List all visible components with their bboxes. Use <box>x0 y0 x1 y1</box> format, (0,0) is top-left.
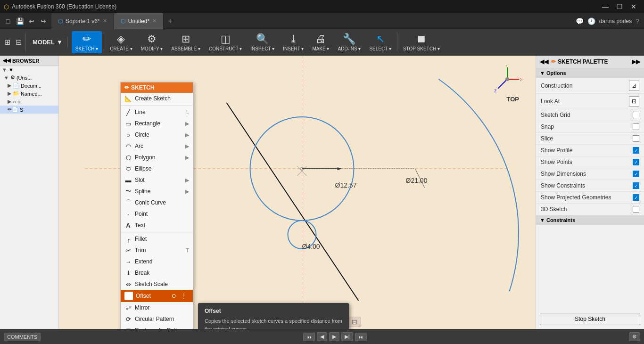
tab-soporte-close[interactable]: ✕ <box>103 18 107 24</box>
toolbar-sketch-group[interactable]: ✏ SKETCH ▾ <box>72 31 102 53</box>
nav-prev-button[interactable]: ◀ <box>317 332 327 341</box>
sketch-grid-label: Sketch Grid <box>541 112 570 118</box>
nav-play-button[interactable]: ▶ <box>329 332 339 341</box>
stop-sketch-palette-button[interactable]: Stop Sketch <box>540 313 640 325</box>
sketch-grid-checkbox[interactable] <box>633 112 639 118</box>
slice-checkbox[interactable] <box>633 135 639 142</box>
menu-item-arc[interactable]: ◠ Arc ▶ <box>121 140 193 152</box>
menu-item-offset[interactable]: ⊙ Offset O ⋮ <box>121 290 193 302</box>
menu-item-rectangle[interactable]: ▭ Rectangle ▶ <box>121 118 193 129</box>
canvas-nav-more[interactable]: ⊟ <box>348 317 361 327</box>
sketch-palette-expand-icon[interactable]: ▶▶ <box>632 58 640 65</box>
toolbar-select-group[interactable]: ↖ SELECT ▾ <box>365 31 395 53</box>
nav-end-button[interactable]: ⏭ <box>355 333 367 341</box>
show-constraints-checkbox[interactable]: ✓ <box>633 182 639 189</box>
menu-item-conic-curve[interactable]: ⌒ Conic Curve <box>121 197 193 208</box>
toolbar-home-icon[interactable]: ⊞ <box>2 37 12 47</box>
toolbar-addins-group[interactable]: 🔧 ADD-INS ▾ <box>334 31 365 53</box>
menu-item-create-sketch[interactable]: 📐 Create Sketch <box>121 93 193 104</box>
look-at-button[interactable]: ⊡ <box>629 96 639 106</box>
tab-soporte-icon: ⬡ <box>58 18 63 25</box>
menu-item-text[interactable]: A Text <box>121 220 193 231</box>
maximize-button[interactable]: ❐ <box>613 1 626 12</box>
toolbar-inspect-group[interactable]: 🔍 INSPECT ▾ <box>247 31 278 53</box>
comments-button[interactable]: COMMENTS <box>4 333 41 341</box>
nav-start-button[interactable]: ⏮ <box>303 333 315 341</box>
toolbar-separator-3 <box>397 33 397 51</box>
menu-item-mirror[interactable]: ⇄ Mirror <box>121 302 193 313</box>
select-label: SELECT ▾ <box>369 46 391 51</box>
browser-item-unsaved[interactable]: ▼ ⚙ (Uns... <box>0 74 58 82</box>
model-dropdown-arrow: ▼ <box>57 39 63 46</box>
browser-item-document[interactable]: ▶ 📄 Docum... <box>0 82 58 90</box>
sp-row-snap: Snap <box>536 121 644 133</box>
browser-item-root[interactable]: ▼ ▼ <box>0 66 58 74</box>
arc-label: Arc <box>135 143 182 149</box>
toolbar-insert-group[interactable]: ⤓ INSERT ▾ <box>279 31 307 53</box>
model-dropdown[interactable]: MODEL ▼ <box>28 37 68 48</box>
options-label: Options <box>546 70 566 76</box>
menu-item-extend[interactable]: → Extend <box>121 256 193 267</box>
create-sketch-icon: 📐 <box>124 95 132 102</box>
toolbar-grid-icon[interactable]: ⊟ <box>13 37 24 47</box>
browser-collapse-icon[interactable]: ◀◀ <box>3 57 10 64</box>
3d-sketch-checkbox[interactable] <box>633 206 639 213</box>
tab-untitled-close[interactable]: ✕ <box>152 18 157 24</box>
browser-item-named[interactable]: ▶ 📁 Named... <box>0 90 58 98</box>
construction-button[interactable]: ⊿ <box>629 81 639 91</box>
menu-item-point[interactable]: · Point <box>121 208 193 220</box>
snap-checkbox[interactable] <box>633 123 639 130</box>
modify-label: MODIFY ▾ <box>141 46 163 51</box>
menu-item-slot[interactable]: ▬ Slot ▶ <box>121 174 193 186</box>
offset-more-button[interactable]: ⋮ <box>179 292 189 300</box>
options-section-header[interactable]: ▼ Options <box>536 68 644 78</box>
canvas-area[interactable]: Ø12.57 Ø21.00 Ø4.00 X Y <box>59 56 536 329</box>
toolbar-assemble-group[interactable]: ⊞ ASSEMBLE ▾ <box>167 31 204 53</box>
browser-item-sketch[interactable]: ✏ 📄 S <box>0 106 58 114</box>
menu-item-ellipse[interactable]: ⬭ Ellipse <box>121 163 193 174</box>
redo-icon[interactable]: ↪ <box>38 16 49 26</box>
clock-icon[interactable]: 🕐 <box>587 17 595 25</box>
menu-item-polygon[interactable]: ⬡ Polygon ▶ <box>121 152 193 163</box>
tab-untitled[interactable]: ⬡ Untitled* ✕ <box>114 13 164 29</box>
menu-item-line[interactable]: ╱ Line L <box>121 106 193 118</box>
sketch-icon: ✏ <box>83 33 91 45</box>
constraints-section-header[interactable]: ▼ Constraints <box>536 215 644 225</box>
add-tab-button[interactable]: + <box>164 17 177 25</box>
content-area: ◀◀ BROWSER ▼ ▼ ▼ ⚙ (Uns... ▶ 📄 Docum... … <box>0 56 644 329</box>
tab-untitled-label: Untitled* <box>128 18 149 25</box>
menu-item-circular-pattern[interactable]: ⟳ Circular Pattern <box>121 313 193 325</box>
menu-item-rectangular-pattern[interactable]: ⊞ Rectangular Pattern <box>121 325 193 329</box>
sketch-palette-collapse-icon[interactable]: ◀◀ <box>540 58 548 65</box>
show-dimensions-checkbox[interactable]: ✓ <box>633 171 639 177</box>
new-file-icon[interactable]: □ <box>3 16 13 26</box>
browser-item-origin[interactable]: ▶ ○ ○ <box>0 98 58 106</box>
menu-item-fillet[interactable]: ╭ Fillet <box>121 233 193 245</box>
show-points-checkbox[interactable]: ✓ <box>633 159 639 165</box>
show-projected-checkbox[interactable]: ✓ <box>633 194 639 201</box>
toolbar-create-group[interactable]: ◈ CREATE ▾ <box>106 31 136 53</box>
undo-icon[interactable]: ↩ <box>26 16 37 26</box>
toolbar-stop-sketch-group[interactable]: ⏹ STOP SKETCH ▾ <box>399 31 444 53</box>
help-icon[interactable]: ? <box>636 17 639 25</box>
show-profile-checkbox[interactable]: ✓ <box>633 147 639 154</box>
settings-button[interactable]: ⚙ <box>629 332 640 341</box>
line-label: Line <box>135 109 183 115</box>
minimize-button[interactable]: — <box>599 1 612 12</box>
nav-next-button[interactable]: ▶| <box>341 332 353 341</box>
toolbar-make-group[interactable]: 🖨 MAKE ▾ <box>308 31 333 53</box>
save-icon[interactable]: 💾 <box>15 16 25 26</box>
menu-item-spline[interactable]: 〜 Spline ▶ <box>121 186 193 197</box>
toolbar-construct-group[interactable]: ◫ CONSTRUCT ▾ <box>205 31 246 53</box>
toolbar-modify-group[interactable]: ⚙ MODIFY ▾ <box>137 31 166 53</box>
notifications-icon[interactable]: 💬 <box>576 17 584 25</box>
menu-item-sketch-scale[interactable]: ⇔ Sketch Scale <box>121 278 193 290</box>
circle-icon: ○ <box>124 131 132 139</box>
create-label: CREATE ▾ <box>110 46 132 51</box>
tab-soporte[interactable]: ⬡ Soporte 1 v6* ✕ <box>51 13 114 29</box>
menu-item-circle[interactable]: ○ Circle ▶ <box>121 129 193 140</box>
menu-item-break[interactable]: ⤓ Break <box>121 267 193 278</box>
close-button[interactable]: ✕ <box>627 1 640 12</box>
show-projected-label: Show Projected Geometries <box>541 194 611 201</box>
menu-item-trim[interactable]: ✂ Trim T <box>121 245 193 256</box>
